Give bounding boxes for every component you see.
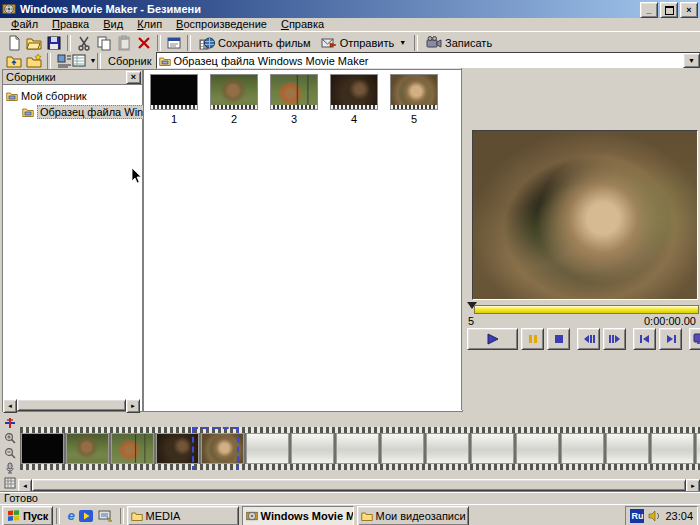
properties-button[interactable] xyxy=(164,34,184,52)
volume-icon[interactable] xyxy=(648,510,661,522)
menu-help[interactable]: Справка xyxy=(274,18,331,31)
copy-button[interactable] xyxy=(94,34,114,52)
storyboard-empty-slot[interactable] xyxy=(291,433,334,464)
storyboard-empty-slot[interactable] xyxy=(246,433,289,464)
storyboard-clip-2[interactable] xyxy=(66,433,109,464)
open-project-button[interactable] xyxy=(24,34,44,52)
storyboard-selection-outline xyxy=(192,427,239,470)
collection-combobox-arrow[interactable]: ▼ xyxy=(683,53,700,68)
collections-close-button[interactable]: × xyxy=(126,71,141,84)
record-button[interactable]: Записать xyxy=(421,34,497,52)
minimize-button[interactable]: _ xyxy=(640,2,658,18)
fullscreen-button[interactable] xyxy=(689,328,700,350)
copy-icon xyxy=(96,35,112,51)
collections-horizontal-scrollbar[interactable]: ◄ ► xyxy=(3,399,140,411)
stop-button[interactable] xyxy=(547,328,570,350)
clip-4-label: 4 xyxy=(330,113,378,125)
current-clip-number: 5 xyxy=(468,315,474,327)
toolbar-separator xyxy=(47,53,51,69)
clip-thumbnail-2[interactable]: 2 xyxy=(210,74,258,125)
menu-edit[interactable]: Правка xyxy=(45,18,96,31)
storyboard-empty-slot[interactable] xyxy=(516,433,559,464)
toolbar-separator xyxy=(67,35,71,51)
views-menu-button[interactable]: ▼ xyxy=(74,52,94,70)
scrollbar-thumb[interactable] xyxy=(32,479,686,491)
audio-levels-button[interactable] xyxy=(4,477,16,489)
previous-frame-button[interactable] xyxy=(577,328,600,350)
storyboard-empty-slot[interactable] xyxy=(381,433,424,464)
close-button[interactable]: × xyxy=(680,2,698,18)
send-button[interactable]: Отправить ▼ xyxy=(316,34,411,52)
storyboard-empty-slot[interactable] xyxy=(561,433,604,464)
menu-view[interactable]: Вид xyxy=(96,18,130,31)
new-project-button[interactable] xyxy=(4,34,24,52)
storyboard-empty-slot[interactable] xyxy=(426,433,469,464)
menu-file[interactable]: Файл xyxy=(4,18,45,31)
scissors-icon xyxy=(76,35,92,51)
storyboard-strip xyxy=(20,427,700,470)
storyboard-clip-1[interactable] xyxy=(21,433,64,464)
storyboard-empty-slot[interactable] xyxy=(606,433,649,464)
timecode: 0:00:00.00 xyxy=(644,315,696,327)
clip-1-label: 1 xyxy=(150,113,198,125)
clip-thumbnail-4[interactable]: 4 xyxy=(330,74,378,125)
title-bar[interactable]: Windows Movie Maker - Безимени _ × xyxy=(0,0,700,18)
cut-button[interactable] xyxy=(74,34,94,52)
show-desktop-icon[interactable] xyxy=(98,509,113,523)
menu-clip[interactable]: Клип xyxy=(130,18,169,31)
app-icon xyxy=(2,2,16,16)
media-player-icon[interactable] xyxy=(79,509,94,523)
clip-3-image xyxy=(271,75,317,109)
clip-thumbnail-1[interactable]: 1 xyxy=(150,74,198,125)
pause-button[interactable] xyxy=(521,328,544,350)
restore-button[interactable] xyxy=(660,2,678,18)
quick-launch: e xyxy=(67,508,112,523)
tree-item-label: Мой сборник xyxy=(21,90,87,102)
taskbar-button-media[interactable]: MEDIA xyxy=(127,506,239,525)
next-frame-button[interactable] xyxy=(603,328,626,350)
taskbar-button-movie-maker[interactable]: Windows Movie Mak... xyxy=(242,506,354,525)
language-indicator[interactable]: Ru xyxy=(630,509,644,523)
save-project-button[interactable] xyxy=(44,34,64,52)
list-view-icon xyxy=(72,53,88,69)
zoom-out-button[interactable] xyxy=(4,447,16,459)
taskbar-button-my-videos[interactable]: Мои видеозаписи xyxy=(357,506,469,525)
next-clip-button[interactable] xyxy=(659,328,682,350)
record-label: Записать xyxy=(445,37,492,49)
collections-tree: Мой сборник Образец файла Windows Movie xyxy=(3,85,142,120)
storyboard-empty-slot[interactable] xyxy=(336,433,379,464)
clip-1-image xyxy=(151,75,197,109)
play-button[interactable] xyxy=(467,328,518,350)
delete-button[interactable] xyxy=(134,34,154,52)
transport-controls xyxy=(467,328,699,350)
tree-item-sample-file[interactable]: Образец файла Windows Movie xyxy=(22,104,142,120)
menu-play[interactable]: Воспроизведение xyxy=(169,18,274,31)
filmstrip-holes xyxy=(211,105,257,109)
scrollbar-thumb[interactable] xyxy=(17,399,126,411)
previous-clip-button[interactable] xyxy=(633,328,656,350)
up-one-level-button[interactable] xyxy=(4,52,24,70)
paste-button[interactable] xyxy=(114,34,134,52)
clip-thumbnail-3[interactable]: 3 xyxy=(270,74,318,125)
storyboard-empty-slot[interactable] xyxy=(651,433,694,464)
toolbar-separator xyxy=(414,35,418,51)
seek-bar[interactable] xyxy=(474,305,699,314)
start-button[interactable]: Пуск xyxy=(2,506,53,525)
zoom-in-button[interactable] xyxy=(4,432,16,444)
scroll-left-arrow[interactable]: ◄ xyxy=(3,399,17,413)
storyboard-empty-slot[interactable] xyxy=(696,433,700,464)
new-collection-button[interactable] xyxy=(24,52,44,70)
internet-explorer-icon[interactable]: e xyxy=(67,508,74,523)
tree-item-my-collection[interactable]: Мой сборник xyxy=(6,88,142,104)
timeline-view-toggle-button[interactable] xyxy=(4,417,16,429)
fullscreen-monitor-icon xyxy=(693,333,700,345)
clip-thumbnail-5[interactable]: 5 xyxy=(390,74,438,125)
send-dropdown-arrow-icon[interactable]: ▼ xyxy=(399,39,406,46)
collection-combobox[interactable]: Образец файла Windows Movie Maker ▼ xyxy=(156,52,700,69)
storyboard-empty-slot[interactable] xyxy=(471,433,514,464)
save-movie-button[interactable]: Сохранить фильм xyxy=(194,34,316,52)
record-narration-button[interactable] xyxy=(4,462,16,474)
storyboard-horizontal-scrollbar[interactable]: ◄ ► xyxy=(18,479,700,491)
scroll-right-arrow[interactable]: ► xyxy=(126,399,140,413)
storyboard-clip-3[interactable] xyxy=(111,433,154,464)
